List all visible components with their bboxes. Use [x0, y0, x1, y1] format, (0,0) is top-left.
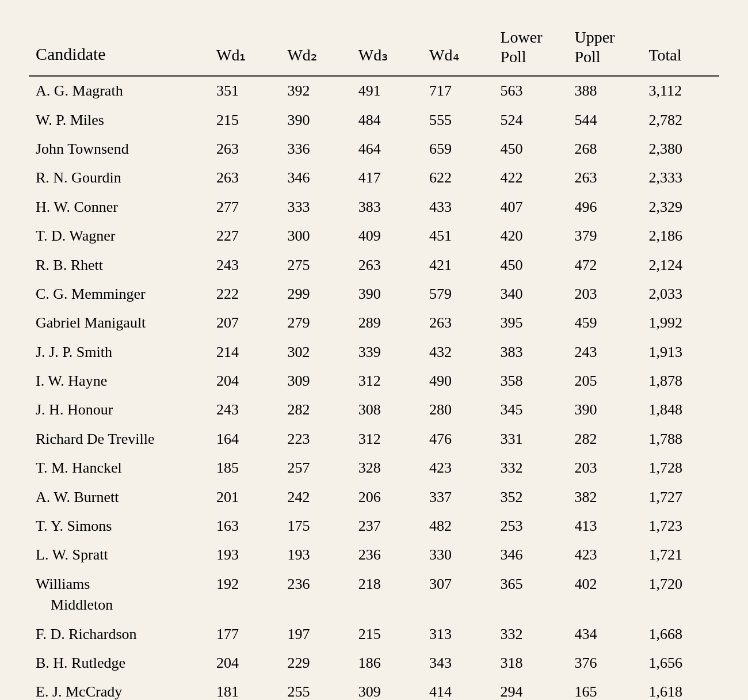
lower-poll-value: 358 [493, 367, 567, 395]
wd1-value: 177 [209, 620, 280, 649]
total-value: 2,380 [642, 135, 719, 163]
upper-poll-value: 263 [567, 163, 642, 192]
wd3-value: 236 [352, 541, 422, 569]
wd1-value: 222 [209, 280, 280, 309]
upper-poll-value: 203 [567, 280, 642, 309]
wd2-value: 390 [280, 106, 351, 135]
wd1-value: 201 [209, 483, 280, 512]
wd2-value: 336 [280, 135, 351, 163]
wd4-value: 482 [422, 512, 493, 541]
election-results-table: Candidate Wd₁ Wd₂ Wd₃ Wd₄ Lower Poll Upp… [29, 23, 719, 700]
total-value: 1,913 [642, 338, 719, 367]
wd4-value: 433 [422, 193, 493, 222]
wd3-value: 312 [352, 367, 422, 395]
wd1-value: 181 [209, 678, 280, 700]
wd4-value: 490 [422, 367, 493, 395]
wd3-value: 309 [352, 678, 422, 700]
wd3-value: 218 [352, 570, 422, 620]
candidate-name: A. W. Burnett [29, 483, 209, 512]
wd2-value: 302 [280, 338, 351, 367]
upper-poll-value: 268 [567, 135, 642, 163]
lower-poll-value: 365 [493, 570, 567, 620]
wd4-value: 330 [422, 541, 493, 569]
wd4-value: 476 [422, 425, 493, 454]
upper-poll-value: 382 [567, 483, 642, 512]
wd3-value: 328 [352, 454, 422, 482]
lower-poll-value: 332 [493, 454, 567, 482]
upper-poll-value: 459 [567, 309, 642, 337]
wd3-value: 383 [352, 193, 422, 222]
wd1-value: 351 [209, 76, 280, 105]
wd4-value: 579 [422, 280, 493, 309]
wd2-value: 275 [280, 251, 351, 280]
header-upper-poll: Upper Poll [567, 23, 642, 76]
wd2-value: 223 [280, 425, 351, 454]
wd3-value: 339 [352, 338, 422, 367]
wd2-value: 300 [280, 222, 351, 250]
wd4-value: 622 [422, 163, 493, 192]
lower-poll-value: 383 [493, 338, 567, 367]
upper-poll-value: 243 [567, 338, 642, 367]
wd4-value: 337 [422, 483, 493, 512]
total-value: 1,788 [642, 425, 719, 454]
wd2-value: 309 [280, 367, 351, 395]
wd1-value: 204 [209, 649, 280, 678]
lower-poll-value: 395 [493, 309, 567, 337]
candidate-name: Richard De Treville [29, 425, 209, 454]
wd3-value: 237 [352, 512, 422, 541]
upper-poll-value: 379 [567, 222, 642, 250]
total-value: 1,727 [642, 483, 719, 512]
wd2-value: 279 [280, 309, 351, 337]
wd3-value: 308 [352, 395, 422, 424]
wd1-value: 243 [209, 395, 280, 424]
wd4-value: 280 [422, 395, 493, 424]
wd1-value: 277 [209, 193, 280, 222]
upper-poll-value: 496 [567, 193, 642, 222]
lower-poll-value: 332 [493, 620, 567, 649]
wd2-value: 175 [280, 512, 351, 541]
lower-poll-value: 345 [493, 395, 567, 424]
wd4-value: 717 [422, 76, 493, 105]
total-value: 1,720 [642, 570, 719, 620]
wd4-value: 421 [422, 251, 493, 280]
wd3-value: 390 [352, 280, 422, 309]
total-value: 1,848 [642, 395, 719, 424]
wd4-value: 263 [422, 309, 493, 337]
wd4-value: 451 [422, 222, 493, 250]
wd4-value: 343 [422, 649, 493, 678]
total-value: 1,878 [642, 367, 719, 395]
wd1-value: 192 [209, 570, 280, 620]
candidate-name: R. N. Gourdin [29, 163, 209, 192]
wd4-value: 659 [422, 135, 493, 163]
wd1-value: 214 [209, 338, 280, 367]
wd2-value: 193 [280, 541, 351, 569]
total-value: 1,723 [642, 512, 719, 541]
header-wd1: Wd₁ [209, 23, 280, 76]
candidate-name: J. H. Honour [29, 395, 209, 424]
candidate-name: B. H. Rutledge [29, 649, 209, 678]
wd1-value: 204 [209, 367, 280, 395]
upper-poll-value: 205 [567, 367, 642, 395]
total-value: 2,033 [642, 280, 719, 309]
wd1-value: 263 [209, 163, 280, 192]
wd1-value: 243 [209, 251, 280, 280]
wd4-value: 307 [422, 570, 493, 620]
wd3-value: 215 [352, 620, 422, 649]
wd1-value: 207 [209, 309, 280, 337]
header-wd3: Wd₃ [352, 23, 422, 76]
wd2-value: 392 [280, 76, 351, 105]
wd2-value: 229 [280, 649, 351, 678]
wd3-value: 491 [352, 76, 422, 105]
wd1-value: 185 [209, 454, 280, 482]
upper-poll-value: 423 [567, 541, 642, 569]
lower-poll-value: 340 [493, 280, 567, 309]
candidate-name: T. D. Wagner [29, 222, 209, 250]
wd3-value: 263 [352, 251, 422, 280]
upper-poll-value: 390 [567, 395, 642, 424]
candidate-name: W. P. Miles [29, 106, 209, 135]
lower-poll-value: 294 [493, 678, 567, 700]
header-wd4: Wd₄ [422, 23, 493, 76]
total-value: 1,656 [642, 649, 719, 678]
wd3-value: 289 [352, 309, 422, 337]
header-lower-poll: Lower Poll [493, 23, 567, 76]
